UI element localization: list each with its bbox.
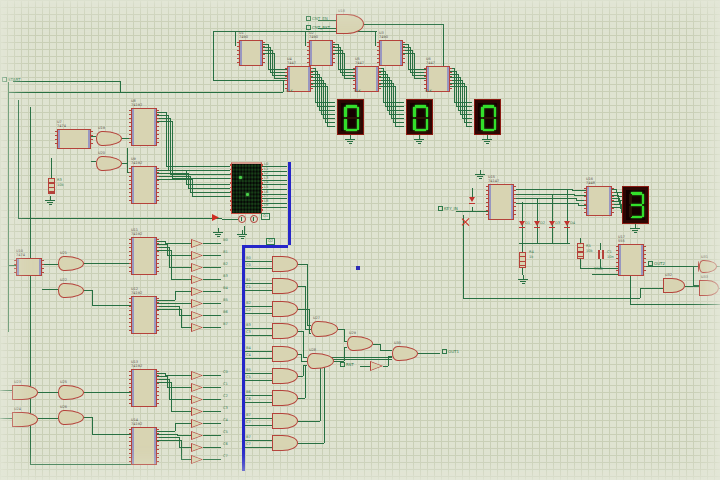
wire[interactable] [395, 86, 396, 126]
wire[interactable] [92, 417, 93, 434]
gate-buffer[interactable] [191, 407, 203, 416]
diode[interactable] [534, 221, 540, 229]
wire[interactable] [157, 170, 186, 171]
wire[interactable] [516, 198, 576, 199]
bus[interactable] [242, 245, 288, 248]
terminal-label[interactable]: OUT1 [442, 349, 459, 354]
wire[interactable] [84, 417, 92, 418]
ic-U10[interactable] [16, 258, 42, 276]
wire[interactable] [298, 286, 305, 287]
gate-and[interactable] [272, 413, 298, 429]
wire[interactable] [165, 375, 191, 376]
wire[interactable] [168, 115, 169, 170]
wire[interactable] [243, 268, 272, 269]
wire[interactable] [393, 83, 394, 122]
gate-buffer[interactable] [191, 323, 203, 332]
ic-U9[interactable] [131, 166, 157, 204]
wire[interactable] [388, 356, 389, 366]
bus[interactable] [288, 162, 291, 245]
ground-symbol[interactable] [212, 228, 224, 238]
ground-symbol[interactable] [236, 230, 248, 240]
wire[interactable] [516, 203, 578, 204]
wire[interactable] [170, 174, 230, 175]
gate-and[interactable] [272, 346, 298, 362]
led-matrix[interactable] [231, 162, 262, 214]
wire[interactable] [303, 365, 304, 376]
wire[interactable] [235, 31, 236, 46]
seven-segment-display[interactable] [622, 186, 649, 224]
wire[interactable] [580, 259, 581, 268]
wire[interactable] [42, 264, 58, 265]
terminal-label[interactable]: START [2, 77, 20, 82]
wire[interactable] [203, 375, 221, 376]
wire[interactable] [92, 434, 131, 435]
wire[interactable] [243, 313, 272, 314]
wire[interactable] [472, 188, 473, 197]
wire[interactable] [203, 243, 221, 244]
wire[interactable] [175, 291, 176, 300]
ic-U2[interactable] [309, 40, 333, 66]
bus[interactable] [242, 245, 245, 471]
wire[interactable] [303, 331, 304, 357]
wire[interactable] [157, 179, 192, 180]
wire[interactable] [203, 291, 221, 292]
wire[interactable] [175, 423, 191, 424]
gate-or[interactable] [58, 256, 84, 271]
wire[interactable] [464, 83, 465, 122]
wire[interactable] [179, 306, 180, 315]
wire[interactable] [181, 440, 182, 459]
wire[interactable] [171, 279, 191, 280]
wire[interactable] [203, 315, 221, 316]
wire[interactable] [8, 92, 283, 93]
wire[interactable] [298, 309, 309, 310]
gate-buffer[interactable] [191, 383, 203, 392]
wire[interactable] [375, 31, 376, 46]
gate-or[interactable] [96, 156, 122, 171]
gate-and[interactable] [272, 256, 298, 272]
gate-buffer[interactable] [191, 443, 203, 452]
wire[interactable] [243, 290, 272, 291]
gate-buffer[interactable] [191, 287, 203, 296]
gate-and[interactable] [272, 323, 298, 339]
wire[interactable] [466, 86, 467, 126]
ic-U12[interactable] [131, 296, 157, 334]
wire[interactable] [298, 264, 307, 265]
gate-buffer[interactable] [191, 431, 203, 440]
wire[interactable] [592, 274, 618, 275]
wire[interactable] [192, 196, 230, 197]
led[interactable] [212, 214, 219, 221]
gate-or[interactable] [307, 353, 334, 369]
pushbutton[interactable] [461, 218, 469, 226]
wire[interactable] [324, 359, 325, 443]
resistor[interactable] [48, 178, 55, 194]
ground-symbol[interactable] [629, 224, 641, 234]
wire[interactable] [203, 279, 221, 280]
gate-or[interactable] [311, 321, 338, 337]
wire[interactable] [120, 81, 121, 92]
wire[interactable] [443, 24, 444, 66]
wire[interactable] [157, 300, 175, 301]
wire[interactable] [630, 276, 631, 304]
wire[interactable] [203, 327, 221, 328]
wire[interactable] [305, 31, 306, 46]
wire[interactable] [311, 86, 327, 87]
gate-or[interactable] [58, 385, 84, 400]
gate-buffer[interactable] [191, 419, 203, 428]
wire[interactable] [51, 158, 52, 178]
ic-U8[interactable] [131, 108, 157, 146]
gate-buffer[interactable] [191, 395, 203, 404]
wire[interactable] [170, 118, 171, 174]
wire[interactable] [169, 399, 191, 400]
wire[interactable] [383, 366, 388, 367]
wire[interactable] [38, 392, 58, 393]
wire[interactable] [171, 382, 172, 411]
schematic-canvas[interactable]: U1 7490U2 7490U3 7490U4 7447U5 7447U6 74… [0, 0, 720, 480]
wire[interactable] [222, 219, 238, 220]
ic-U3[interactable] [379, 40, 403, 66]
wire[interactable] [472, 207, 473, 211]
wire[interactable] [450, 86, 466, 87]
wire[interactable] [157, 250, 171, 251]
wire[interactable] [364, 24, 443, 25]
wire[interactable] [157, 437, 179, 438]
wire[interactable] [203, 387, 221, 388]
